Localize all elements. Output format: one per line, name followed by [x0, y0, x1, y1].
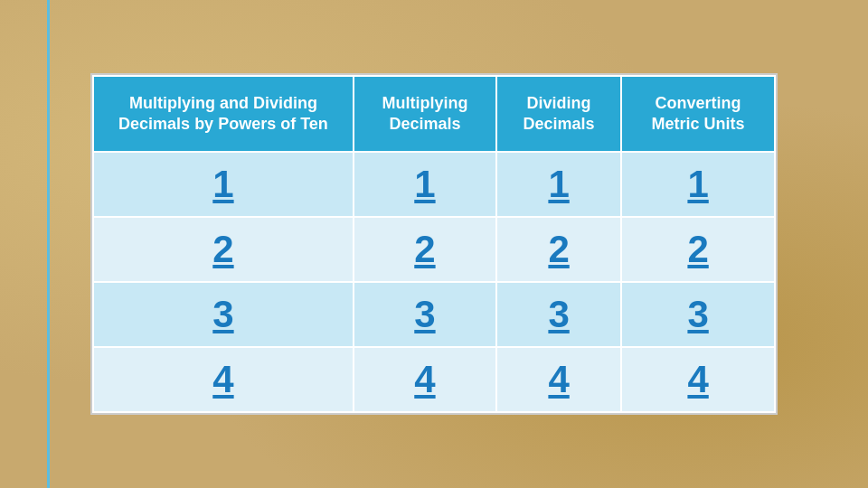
main-table-container: Multiplying and Dividing Decimals by Pow… [90, 73, 778, 416]
cell-r3-c2[interactable]: 3 [354, 282, 496, 347]
cell-r1-c4[interactable]: 1 [621, 152, 775, 217]
cell-r3-c3[interactable]: 3 [496, 282, 621, 347]
cell-r2-c4[interactable]: 2 [621, 217, 775, 282]
cell-r4-c4[interactable]: 4 [621, 347, 775, 412]
cell-r1-c1[interactable]: 1 [93, 152, 354, 217]
table-row: 4444 [93, 347, 775, 412]
table-row: 1111 [93, 152, 775, 217]
header-col-2[interactable]: Multiplying Decimals [354, 76, 496, 153]
cell-r1-c2[interactable]: 1 [354, 152, 496, 217]
cell-r4-c1[interactable]: 4 [93, 347, 354, 412]
left-accent-line [47, 0, 50, 488]
header-col-3[interactable]: Dividing Decimals [496, 76, 621, 153]
header-row: Multiplying and Dividing Decimals by Pow… [93, 76, 775, 153]
cell-r4-c2[interactable]: 4 [354, 347, 496, 412]
cell-r3-c1[interactable]: 3 [93, 282, 354, 347]
cell-r4-c3[interactable]: 4 [496, 347, 621, 412]
header-col-1[interactable]: Multiplying and Dividing Decimals by Pow… [93, 76, 354, 153]
cell-r3-c4[interactable]: 3 [621, 282, 775, 347]
table-row: 3333 [93, 282, 775, 347]
cell-r2-c3[interactable]: 2 [496, 217, 621, 282]
table-row: 2222 [93, 217, 775, 282]
header-col-4[interactable]: Converting Metric Units [621, 76, 775, 153]
cell-r2-c1[interactable]: 2 [93, 217, 354, 282]
cell-r1-c3[interactable]: 1 [496, 152, 621, 217]
content-table: Multiplying and Dividing Decimals by Pow… [92, 75, 776, 414]
cell-r2-c2[interactable]: 2 [354, 217, 496, 282]
